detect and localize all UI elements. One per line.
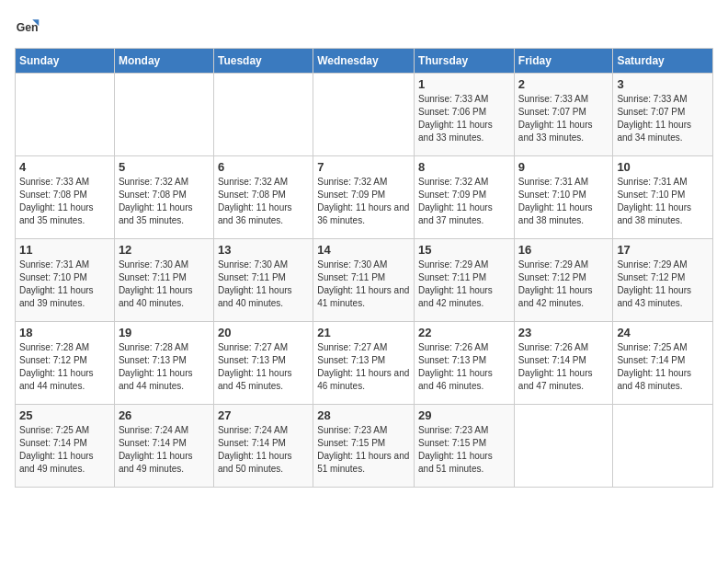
day-number: 5 <box>119 160 210 174</box>
day-number: 6 <box>218 160 309 174</box>
calendar-cell: 27Sunrise: 7:24 AM Sunset: 7:14 PM Dayli… <box>213 405 313 488</box>
day-info: Sunrise: 7:27 AM Sunset: 7:13 PM Dayligh… <box>218 341 309 393</box>
day-info: Sunrise: 7:30 AM Sunset: 7:11 PM Dayligh… <box>218 259 309 310</box>
day-info: Sunrise: 7:32 AM Sunset: 7:08 PM Dayligh… <box>119 176 210 227</box>
calendar-cell: 18Sunrise: 7:28 AM Sunset: 7:12 PM Dayli… <box>16 322 115 405</box>
day-number: 3 <box>617 77 709 91</box>
header-day-saturday: Saturday <box>613 49 713 74</box>
day-number: 26 <box>119 408 210 422</box>
day-number: 20 <box>218 326 309 339</box>
day-info: Sunrise: 7:33 AM Sunset: 7:06 PM Dayligh… <box>418 93 510 144</box>
calendar-cell: 6Sunrise: 7:32 AM Sunset: 7:08 PM Daylig… <box>213 156 313 239</box>
day-info: Sunrise: 7:29 AM Sunset: 7:12 PM Dayligh… <box>617 259 709 310</box>
calendar-header: SundayMondayTuesdayWednesdayThursdayFrid… <box>16 49 713 74</box>
header-day-friday: Friday <box>514 49 613 74</box>
calendar-cell: 17Sunrise: 7:29 AM Sunset: 7:12 PM Dayli… <box>613 239 713 322</box>
day-number: 12 <box>119 243 210 257</box>
logo-icon: Gen <box>15 15 40 40</box>
week-row-5: 25Sunrise: 7:25 AM Sunset: 7:14 PM Dayli… <box>16 405 713 488</box>
calendar-cell: 23Sunrise: 7:26 AM Sunset: 7:14 PM Dayli… <box>514 322 613 405</box>
calendar-cell: 25Sunrise: 7:25 AM Sunset: 7:14 PM Dayli… <box>16 405 115 488</box>
day-info: Sunrise: 7:32 AM Sunset: 7:08 PM Dayligh… <box>218 176 309 227</box>
calendar-cell <box>114 74 213 156</box>
week-row-2: 4Sunrise: 7:33 AM Sunset: 7:08 PM Daylig… <box>16 156 713 239</box>
day-number: 11 <box>19 243 110 257</box>
calendar-cell: 5Sunrise: 7:32 AM Sunset: 7:08 PM Daylig… <box>114 156 213 239</box>
day-info: Sunrise: 7:31 AM Sunset: 7:10 PM Dayligh… <box>19 259 110 310</box>
day-info: Sunrise: 7:33 AM Sunset: 7:07 PM Dayligh… <box>617 93 709 144</box>
calendar-cell: 15Sunrise: 7:29 AM Sunset: 7:11 PM Dayli… <box>415 239 515 322</box>
day-number: 1 <box>418 77 510 91</box>
day-info: Sunrise: 7:26 AM Sunset: 7:13 PM Dayligh… <box>418 341 510 393</box>
day-info: Sunrise: 7:28 AM Sunset: 7:12 PM Dayligh… <box>19 341 110 393</box>
day-info: Sunrise: 7:31 AM Sunset: 7:10 PM Dayligh… <box>617 176 709 227</box>
day-number: 22 <box>418 326 510 339</box>
calendar-cell <box>514 405 613 488</box>
day-number: 2 <box>518 77 609 91</box>
calendar-cell: 1Sunrise: 7:33 AM Sunset: 7:06 PM Daylig… <box>415 74 515 156</box>
day-info: Sunrise: 7:32 AM Sunset: 7:09 PM Dayligh… <box>418 176 510 227</box>
day-info: Sunrise: 7:33 AM Sunset: 7:07 PM Dayligh… <box>518 93 609 144</box>
page-header: Gen <box>15 15 713 40</box>
calendar-cell <box>16 74 115 156</box>
day-info: Sunrise: 7:29 AM Sunset: 7:11 PM Dayligh… <box>418 259 510 310</box>
day-info: Sunrise: 7:33 AM Sunset: 7:08 PM Dayligh… <box>19 176 110 227</box>
day-info: Sunrise: 7:26 AM Sunset: 7:14 PM Dayligh… <box>518 341 609 393</box>
calendar-cell: 29Sunrise: 7:23 AM Sunset: 7:15 PM Dayli… <box>415 405 515 488</box>
day-info: Sunrise: 7:30 AM Sunset: 7:11 PM Dayligh… <box>317 259 410 310</box>
calendar-cell: 20Sunrise: 7:27 AM Sunset: 7:13 PM Dayli… <box>213 322 313 405</box>
day-number: 10 <box>617 160 709 174</box>
calendar-cell <box>313 74 415 156</box>
day-info: Sunrise: 7:23 AM Sunset: 7:15 PM Dayligh… <box>317 424 410 476</box>
calendar-cell: 7Sunrise: 7:32 AM Sunset: 7:09 PM Daylig… <box>313 156 415 239</box>
day-info: Sunrise: 7:27 AM Sunset: 7:13 PM Dayligh… <box>317 341 410 393</box>
calendar-cell: 19Sunrise: 7:28 AM Sunset: 7:13 PM Dayli… <box>114 322 213 405</box>
day-number: 13 <box>218 243 309 257</box>
calendar-cell: 21Sunrise: 7:27 AM Sunset: 7:13 PM Dayli… <box>313 322 415 405</box>
day-info: Sunrise: 7:31 AM Sunset: 7:10 PM Dayligh… <box>518 176 609 227</box>
day-number: 15 <box>418 243 510 257</box>
calendar-cell: 22Sunrise: 7:26 AM Sunset: 7:13 PM Dayli… <box>415 322 515 405</box>
calendar-cell: 9Sunrise: 7:31 AM Sunset: 7:10 PM Daylig… <box>514 156 613 239</box>
calendar-cell: 3Sunrise: 7:33 AM Sunset: 7:07 PM Daylig… <box>613 74 713 156</box>
day-number: 17 <box>617 243 709 257</box>
day-info: Sunrise: 7:32 AM Sunset: 7:09 PM Dayligh… <box>317 176 410 227</box>
calendar-cell: 28Sunrise: 7:23 AM Sunset: 7:15 PM Dayli… <box>313 405 415 488</box>
calendar-cell: 14Sunrise: 7:30 AM Sunset: 7:11 PM Dayli… <box>313 239 415 322</box>
calendar-cell: 11Sunrise: 7:31 AM Sunset: 7:10 PM Dayli… <box>16 239 115 322</box>
day-info: Sunrise: 7:28 AM Sunset: 7:13 PM Dayligh… <box>119 341 210 393</box>
header-day-sunday: Sunday <box>16 49 115 74</box>
day-number: 9 <box>518 160 609 174</box>
calendar-cell <box>213 74 313 156</box>
week-row-1: 1Sunrise: 7:33 AM Sunset: 7:06 PM Daylig… <box>16 74 713 156</box>
calendar-cell: 12Sunrise: 7:30 AM Sunset: 7:11 PM Dayli… <box>114 239 213 322</box>
day-number: 7 <box>317 160 410 174</box>
day-number: 14 <box>317 243 410 257</box>
day-info: Sunrise: 7:25 AM Sunset: 7:14 PM Dayligh… <box>617 341 709 393</box>
header-day-monday: Monday <box>114 49 213 74</box>
header-day-thursday: Thursday <box>415 49 515 74</box>
day-info: Sunrise: 7:24 AM Sunset: 7:14 PM Dayligh… <box>218 424 309 476</box>
day-info: Sunrise: 7:25 AM Sunset: 7:14 PM Dayligh… <box>19 424 110 476</box>
day-number: 29 <box>418 408 510 422</box>
header-day-tuesday: Tuesday <box>213 49 313 74</box>
calendar-cell: 10Sunrise: 7:31 AM Sunset: 7:10 PM Dayli… <box>613 156 713 239</box>
calendar-cell: 16Sunrise: 7:29 AM Sunset: 7:12 PM Dayli… <box>514 239 613 322</box>
calendar-cell: 26Sunrise: 7:24 AM Sunset: 7:14 PM Dayli… <box>114 405 213 488</box>
calendar-body: 1Sunrise: 7:33 AM Sunset: 7:06 PM Daylig… <box>16 74 713 488</box>
calendar-cell: 13Sunrise: 7:30 AM Sunset: 7:11 PM Dayli… <box>213 239 313 322</box>
calendar-cell: 4Sunrise: 7:33 AM Sunset: 7:08 PM Daylig… <box>16 156 115 239</box>
calendar-cell: 8Sunrise: 7:32 AM Sunset: 7:09 PM Daylig… <box>415 156 515 239</box>
calendar-cell <box>613 405 713 488</box>
week-row-4: 18Sunrise: 7:28 AM Sunset: 7:12 PM Dayli… <box>16 322 713 405</box>
day-info: Sunrise: 7:29 AM Sunset: 7:12 PM Dayligh… <box>518 259 609 310</box>
day-number: 21 <box>317 326 410 339</box>
day-info: Sunrise: 7:24 AM Sunset: 7:14 PM Dayligh… <box>119 424 210 476</box>
day-number: 8 <box>418 160 510 174</box>
header-day-wednesday: Wednesday <box>313 49 415 74</box>
day-info: Sunrise: 7:23 AM Sunset: 7:15 PM Dayligh… <box>418 424 510 476</box>
header-row: SundayMondayTuesdayWednesdayThursdayFrid… <box>16 49 713 74</box>
calendar-cell: 2Sunrise: 7:33 AM Sunset: 7:07 PM Daylig… <box>514 74 613 156</box>
day-info: Sunrise: 7:30 AM Sunset: 7:11 PM Dayligh… <box>119 259 210 310</box>
logo: Gen <box>15 15 44 40</box>
